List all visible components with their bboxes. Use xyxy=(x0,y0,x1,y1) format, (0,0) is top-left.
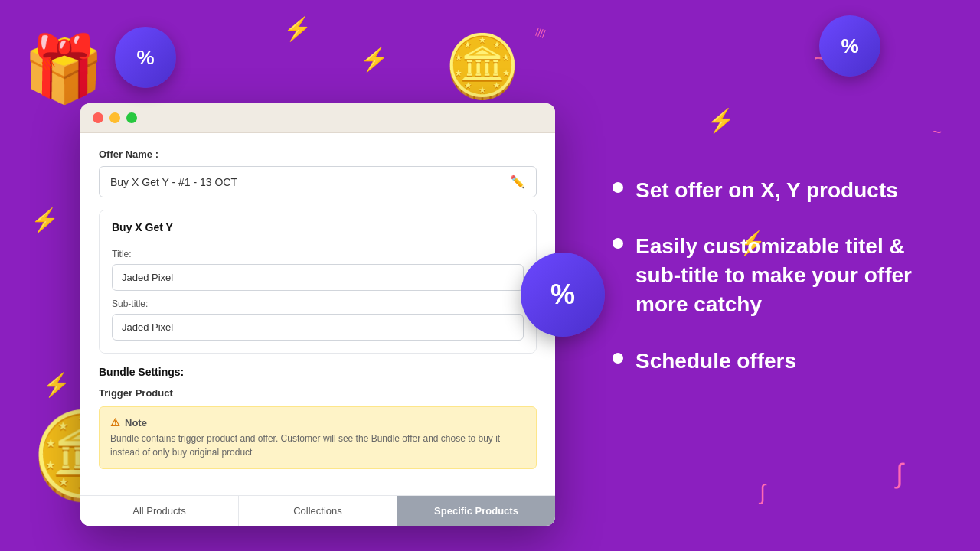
buy-x-get-y-body: Title: Sub-title: xyxy=(100,249,536,353)
tab-all-products[interactable]: All Products xyxy=(80,496,239,526)
left-panel: Offer Name : Buy X Get Y - #1 - 13 OCT ✏… xyxy=(0,0,582,551)
title-label: Title: xyxy=(112,249,524,259)
bundle-settings-label: Bundle Settings: xyxy=(99,366,537,378)
subtitle-input[interactable] xyxy=(112,314,524,341)
subtitle-label: Sub-title: xyxy=(112,298,524,309)
tab-specific-products[interactable]: Specific Products xyxy=(397,496,555,526)
feature-item-2: Easily customizable titel & sub-title to… xyxy=(612,232,934,318)
traffic-light-red[interactable] xyxy=(93,112,103,123)
browser-titlebar xyxy=(80,103,555,133)
browser-content: Offer Name : Buy X Get Y - #1 - 13 OCT ✏… xyxy=(80,133,555,495)
offer-name-section: Offer Name : Buy X Get Y - #1 - 13 OCT ✏… xyxy=(99,148,537,197)
bundle-settings-section: Bundle Settings: Trigger Product ⚠ Note … xyxy=(99,366,537,469)
note-text: Bundle contains trigger product and offe… xyxy=(110,432,525,459)
bullet-3 xyxy=(612,353,623,364)
traffic-light-yellow[interactable] xyxy=(109,112,120,123)
title-input[interactable] xyxy=(112,264,524,291)
edit-icon[interactable]: ✏️ xyxy=(510,174,525,189)
percent-badge-middle: % xyxy=(521,253,605,337)
offer-name-value: Buy X Get Y - #1 - 13 OCT xyxy=(110,176,237,188)
note-title: ⚠ Note xyxy=(110,416,525,429)
warning-icon: ⚠ xyxy=(110,416,120,429)
traffic-light-green[interactable] xyxy=(126,112,137,123)
buy-x-get-y-header: Buy X Get Y xyxy=(100,210,536,241)
offer-name-input[interactable]: Buy X Get Y - #1 - 13 OCT ✏️ xyxy=(99,166,537,197)
note-box: ⚠ Note Bundle contains trigger product a… xyxy=(99,406,537,469)
tab-collections[interactable]: Collections xyxy=(239,496,397,526)
feature-item-1: Set offer on X, Y products xyxy=(612,176,934,205)
browser-window: Offer Name : Buy X Get Y - #1 - 13 OCT ✏… xyxy=(80,103,555,526)
feature-item-3: Schedule offers xyxy=(612,347,934,376)
offer-name-label: Offer Name : xyxy=(99,148,537,160)
trigger-product-label: Trigger Product xyxy=(99,387,537,399)
bullet-1 xyxy=(612,182,623,193)
feature-text-3: Schedule offers xyxy=(635,347,796,376)
feature-text-2: Easily customizable titel & sub-title to… xyxy=(635,232,934,318)
feature-text-1: Set offer on X, Y products xyxy=(635,176,898,205)
bullet-2 xyxy=(612,238,623,249)
right-panel: Set offer on X, Y products Easily custom… xyxy=(582,0,980,551)
tabs-row: All Products Collections Specific Produc… xyxy=(80,495,555,526)
buy-x-get-y-section: Buy X Get Y Title: Sub-title: xyxy=(99,210,537,354)
